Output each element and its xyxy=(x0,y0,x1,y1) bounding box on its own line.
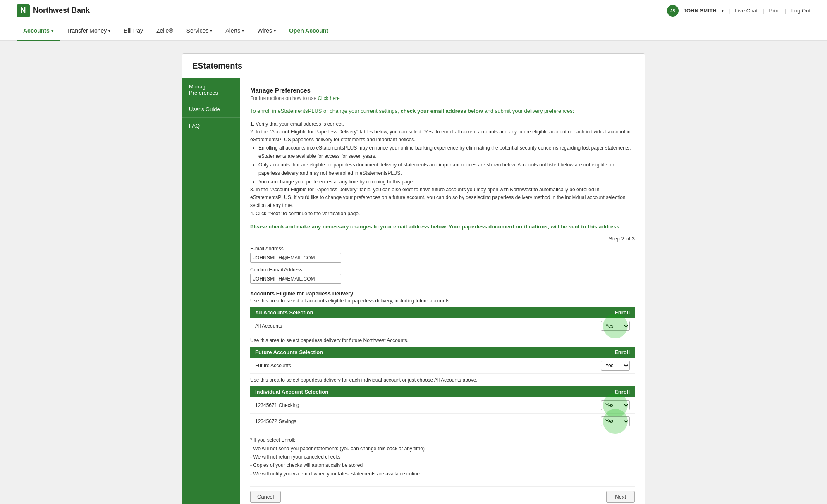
individual-desc: Use this area to select paperless delive… xyxy=(250,377,635,383)
sidebar: Manage Preferences User's Guide FAQ xyxy=(182,78,240,504)
confirm-email-input[interactable] xyxy=(250,274,341,284)
all-accounts-select[interactable]: Yes No xyxy=(601,321,630,331)
individual-accounts-header: Individual Account Selection Enroll xyxy=(250,386,635,397)
accounts-section: Accounts Eligible for Paperless Delivery… xyxy=(250,290,635,429)
enroll-bullet-3: - Copies of your checks will automatical… xyxy=(250,461,635,469)
page-title: EStatements xyxy=(182,54,645,78)
user-name[interactable]: JOHN SMITH xyxy=(684,7,717,14)
checking-account-label: 12345671 Checking xyxy=(255,402,299,408)
nav-bill-pay[interactable]: Bill Pay xyxy=(117,21,150,41)
live-chat-link[interactable]: Live Chat xyxy=(735,7,758,14)
info-section: * If you select Enroll: - We will not se… xyxy=(250,436,635,478)
section-title: Manage Preferences xyxy=(250,87,635,94)
enroll-notice: To enroll in eStatementsPLUS or change y… xyxy=(250,107,635,115)
checking-account-row: 12345671 Checking Yes No xyxy=(250,397,635,414)
future-accounts-row: Future Accounts Yes No xyxy=(250,358,635,374)
log-out-link[interactable]: Log Out xyxy=(791,7,810,14)
cancel-button[interactable]: Cancel xyxy=(250,491,281,503)
checking-select-wrapper: Yes No xyxy=(601,400,630,410)
button-row: Cancel Next xyxy=(250,486,635,503)
savings-select-wrapper: Yes No xyxy=(601,416,630,426)
main-panel: Manage Preferences For instructions on h… xyxy=(240,78,645,504)
alerts-chevron-icon: ▾ xyxy=(242,29,244,33)
accounts-section-title: Accounts Eligible for Paperless Delivery xyxy=(250,290,635,297)
enroll-bullet-2: - We will not return your canceled check… xyxy=(250,453,635,461)
wires-chevron-icon: ▾ xyxy=(274,29,276,33)
sidebar-item-manage-preferences[interactable]: Manage Preferences xyxy=(182,78,240,101)
nav-services[interactable]: Services ▾ xyxy=(180,21,219,41)
check-email-link[interactable]: check your email address below xyxy=(400,108,483,114)
savings-account-select[interactable]: Yes No xyxy=(601,416,630,426)
enroll-notice-title: * If you select Enroll: xyxy=(250,436,635,444)
content-card: EStatements Manage Preferences User's Gu… xyxy=(182,53,645,504)
confirm-email-row: Confirm E-mail Address: xyxy=(250,267,635,284)
green-notice: Please check and make any necessary chan… xyxy=(250,223,635,231)
email-label: E-mail Address: xyxy=(250,246,635,252)
inner-layout: Manage Preferences User's Guide FAQ Mana… xyxy=(182,78,645,504)
print-link[interactable]: Print xyxy=(769,7,780,14)
nav-open-account[interactable]: Open Account xyxy=(282,21,335,41)
savings-account-label: 12345672 Savings xyxy=(255,418,296,424)
user-area: JS JOHN SMITH ▾ | Live Chat | Print | Lo… xyxy=(667,5,810,17)
logo-area: N Northwest Bank xyxy=(17,4,90,17)
nav-alerts[interactable]: Alerts ▾ xyxy=(219,21,251,41)
enroll-bullet-4: - We will notify you via email when your… xyxy=(250,470,635,478)
sidebar-item-faq[interactable]: FAQ xyxy=(182,118,240,134)
nav-bar: Accounts ▾ Transfer Money ▾ Bill Pay Zel… xyxy=(0,21,827,41)
nav-wires[interactable]: Wires ▾ xyxy=(251,21,282,41)
user-avatar: JS xyxy=(667,5,679,17)
enroll-bullet-1: - We will not send you paper statements … xyxy=(250,445,635,453)
sidebar-item-users-guide[interactable]: User's Guide xyxy=(182,101,240,118)
confirm-email-label: Confirm E-mail Address: xyxy=(250,267,635,273)
next-button[interactable]: Next xyxy=(606,491,635,503)
all-accounts-header: All Accounts Selection Enroll xyxy=(250,307,635,318)
accounts-chevron-icon: ▾ xyxy=(51,29,53,33)
all-accounts-select-wrapper: Yes No xyxy=(601,321,630,331)
bank-name: Northwest Bank xyxy=(33,6,90,15)
email-input[interactable] xyxy=(250,253,341,263)
step-indicator: Step 2 of 3 xyxy=(250,235,635,242)
nav-zelle[interactable]: Zelle® xyxy=(150,21,180,41)
instructions-text: For instructions on how to use Click her… xyxy=(250,95,635,101)
nav-transfer-money[interactable]: Transfer Money ▾ xyxy=(60,21,117,41)
future-desc: Use this area to select paperless delive… xyxy=(250,338,635,343)
top-header: N Northwest Bank JS JOHN SMITH ▾ | Live … xyxy=(0,0,827,21)
user-dropdown-icon[interactable]: ▾ xyxy=(722,8,724,13)
email-row: E-mail Address: xyxy=(250,246,635,263)
page-wrapper: EStatements Manage Preferences User's Gu… xyxy=(165,53,662,504)
checking-account-select[interactable]: Yes No xyxy=(601,400,630,410)
nav-accounts[interactable]: Accounts ▾ xyxy=(17,21,60,41)
all-accounts-label: All Accounts xyxy=(255,323,282,329)
services-chevron-icon: ▾ xyxy=(210,29,212,33)
future-accounts-select[interactable]: Yes No xyxy=(601,361,630,371)
future-accounts-header: Future Accounts Selection Enroll xyxy=(250,347,635,358)
future-accounts-label: Future Accounts xyxy=(255,363,291,368)
click-here-link[interactable]: Click here xyxy=(318,95,339,101)
accounts-subtitle: Use this area to select all accounts eli… xyxy=(250,298,635,304)
savings-account-row: 12345672 Savings Yes No xyxy=(250,414,635,429)
bank-logo-icon: N xyxy=(17,4,30,17)
bullet-list: Enrolling all accounts into eStatementsP… xyxy=(258,144,635,186)
transfer-chevron-icon: ▾ xyxy=(108,29,110,33)
step-list: 1. Verify that your email address is cor… xyxy=(250,120,635,218)
all-accounts-row: All Accounts Yes No xyxy=(250,318,635,334)
